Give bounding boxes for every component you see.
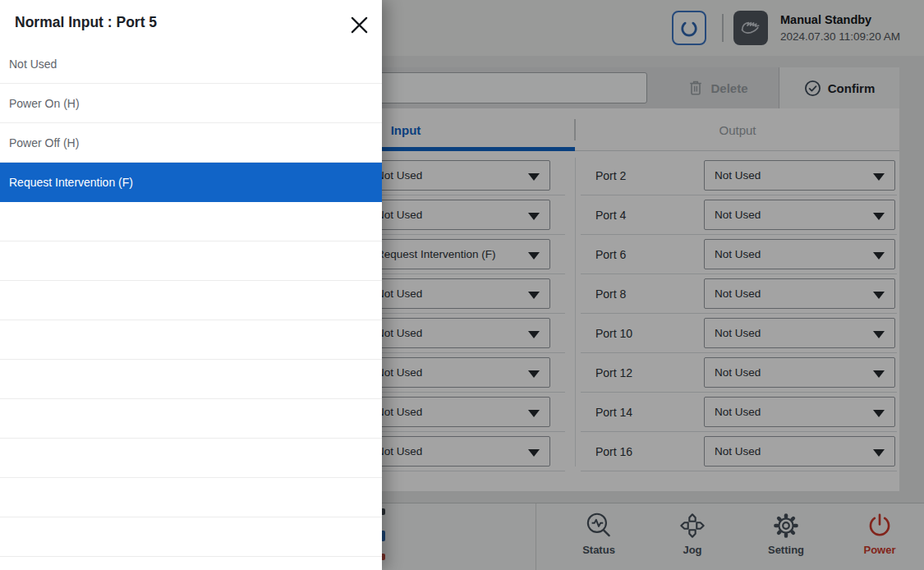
empty-option-row — [0, 241, 382, 281]
port-option-modal: Normal Input : Port 5 Not Used Power On … — [0, 0, 382, 570]
close-icon — [349, 15, 370, 35]
empty-option-row — [0, 399, 382, 439]
modal-header: Normal Input : Port 5 — [0, 0, 382, 44]
empty-option-row — [0, 557, 382, 570]
option-label: Request Intervention (F) — [9, 176, 133, 189]
empty-option-row — [0, 478, 382, 517]
empty-option-row — [0, 202, 382, 241]
option-label: Power Off (H) — [9, 136, 79, 149]
app-screen: Manual Standby 2024.07.30 11:09:20 AM De… — [0, 0, 924, 570]
empty-option-row — [0, 439, 382, 478]
empty-option-row — [0, 281, 382, 320]
option-not-used[interactable]: Not Used — [0, 44, 382, 84]
empty-option-row — [0, 320, 382, 360]
option-power-off[interactable]: Power Off (H) — [0, 123, 382, 163]
modal-title: Normal Input : Port 5 — [15, 14, 157, 31]
option-label: Not Used — [9, 57, 57, 71]
option-power-on[interactable]: Power On (H) — [0, 84, 382, 123]
empty-option-row — [0, 517, 382, 557]
option-request-intervention[interactable]: Request Intervention (F) — [0, 163, 382, 202]
empty-option-row — [0, 360, 382, 399]
option-label: Power On (H) — [9, 97, 80, 110]
close-button[interactable] — [344, 10, 374, 39]
